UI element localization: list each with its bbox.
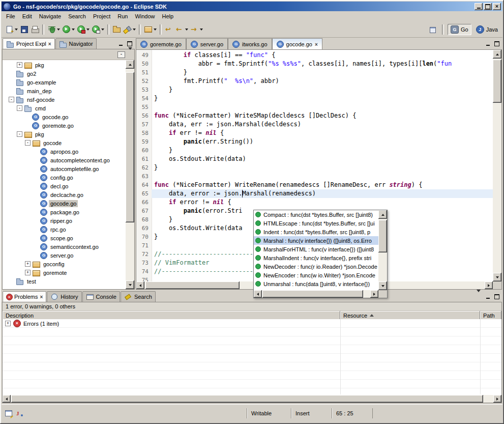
new-wizard-button[interactable] [4, 23, 19, 36]
run-button[interactable] [61, 23, 76, 36]
editor-tab-server.go[interactable]: server.go [186, 38, 228, 49]
menu-project[interactable]: Project [90, 12, 114, 21]
tree-item-main_dep[interactable]: main_dep [3, 87, 126, 95]
scroll-down-icon[interactable] [378, 281, 387, 290]
tree-item-semanticcontext.go[interactable]: semanticcontext.go [3, 242, 126, 251]
popup-horizontal-scrollbar[interactable] [254, 290, 378, 298]
editor-tab-gocode.go[interactable]: gocode.go [272, 38, 322, 49]
editor-tab-goremote.go[interactable]: goremote.go [136, 38, 186, 49]
search-button[interactable] [122, 23, 137, 36]
popup-vertical-scrollbar[interactable] [378, 210, 387, 290]
minimize-view-button[interactable] [484, 293, 492, 300]
scroll-right-icon[interactable] [493, 395, 501, 403]
scrollbar-thumb[interactable] [126, 72, 134, 222]
menu-window[interactable]: Window [131, 12, 158, 21]
tree-item-autocompletefile.go[interactable]: autocompletefile.go [3, 164, 126, 173]
autocomplete-item[interactable]: Compact : func(dst *bytes.Buffer, src []… [254, 210, 378, 219]
menu-search[interactable]: Search [65, 12, 90, 21]
tree-item-pkg[interactable]: pkg [3, 130, 126, 138]
close-button[interactable] [493, 3, 501, 10]
maximize-view-button[interactable] [126, 40, 134, 47]
problems-row[interactable]: Errors (1 item) [3, 319, 501, 328]
tree-item-package.go[interactable]: package.go [3, 208, 126, 216]
print-button[interactable] [29, 23, 40, 36]
autocomplete-item[interactable]: NewEncoder : func(w io.Writer) *json.Enc… [254, 271, 378, 279]
autocomplete-item[interactable]: Indent : func(dst *bytes.Buffer, src []u… [254, 228, 378, 236]
expand-box-icon[interactable] [17, 62, 22, 68]
autocomplete-item[interactable]: MarshalIndent : func(v interface{}, pref… [254, 253, 378, 262]
tree-item-decl.go[interactable]: decl.go [3, 182, 126, 190]
open-perspective-button[interactable] [428, 23, 438, 36]
tab-history[interactable]: History [47, 291, 81, 302]
tree-item-gocode.go[interactable]: gocode.go [3, 112, 126, 121]
expand-box-icon[interactable] [25, 261, 31, 267]
scroll-right-icon[interactable] [485, 281, 493, 289]
autocomplete-item[interactable]: NewDecoder : func(r io.Reader) *json.Dec… [254, 262, 378, 271]
autocomplete-item[interactable]: Unmarshal : func(data []uint8, v interfa… [254, 279, 378, 288]
perspective-java-button[interactable]: JJava [473, 24, 501, 35]
tree-item-goremote[interactable]: goremote [3, 268, 126, 277]
tree-item-gocode.go[interactable]: gocode.go [3, 199, 126, 208]
fast-view-icon[interactable] [5, 409, 13, 417]
problems-body[interactable]: Errors (1 item) [3, 319, 501, 394]
scrollbar-thumb[interactable] [11, 395, 483, 403]
java-status-icon[interactable] [15, 409, 24, 417]
scroll-right-icon[interactable] [370, 290, 378, 298]
tab-project-expl[interactable]: Project Expl [3, 38, 55, 49]
scroll-left-icon[interactable] [136, 281, 144, 289]
column-header-path[interactable]: Path [480, 311, 501, 320]
last-edit-button[interactable] [164, 23, 174, 36]
column-header-resource[interactable]: Resource [340, 311, 480, 320]
close-tab-icon[interactable] [315, 41, 318, 47]
tab-console[interactable]: Console [82, 291, 120, 302]
menu-navigate[interactable]: Navigate [36, 12, 65, 21]
column-header-description[interactable]: Description [3, 311, 340, 320]
tree-item-apropos.go[interactable]: apropos.go [3, 147, 126, 156]
menu-run[interactable]: Run [114, 12, 131, 21]
editor-vertical-scrollbar[interactable] [493, 50, 501, 281]
autocomplete-item[interactable]: HTMLEscape : func(dst *bytes.Buffer, src… [254, 219, 378, 228]
external-tools-button[interactable] [76, 23, 91, 36]
collapse-box-icon[interactable] [25, 140, 31, 146]
autocomplete-item[interactable]: MarshalForHTML : func(v interface{}) ([]… [254, 245, 378, 253]
maximize-editor-button[interactable] [493, 40, 501, 47]
scrollbar-thumb[interactable] [493, 60, 501, 103]
tree-item-gocode[interactable]: gocode [3, 138, 126, 147]
debug-button[interactable] [46, 23, 61, 36]
minimize-editor-button[interactable] [484, 40, 492, 47]
scroll-left-icon[interactable] [3, 395, 11, 403]
minimize-view-button[interactable] [116, 40, 125, 47]
editor-tab-itworks.go[interactable]: itworks.go [228, 38, 272, 49]
project-tree[interactable]: pkggo2go-examplemain_depnsf-gocodecmdgoc… [3, 61, 126, 289]
perspective-go-button[interactable]: GGo [448, 24, 471, 35]
expand-box-icon[interactable] [5, 321, 11, 326]
tree-item-ripper.go[interactable]: ripper.go [3, 216, 126, 225]
menu-edit[interactable]: Edit [19, 12, 36, 21]
maximize-button[interactable] [484, 3, 492, 10]
scroll-down-icon[interactable] [493, 273, 501, 281]
tree-scrollbar[interactable] [126, 60, 134, 289]
expand-box-icon[interactable] [25, 270, 31, 275]
tree-item-pkg[interactable]: pkg [3, 61, 126, 69]
minimize-button[interactable] [475, 3, 483, 10]
title-bar[interactable]: Go - nsf-gocode/src/pkg/gocode/gocode.go… [2, 2, 502, 11]
tree-item-test[interactable]: test [3, 277, 126, 286]
tree-item-server.go[interactable]: server.go [3, 251, 126, 260]
tree-item-cmd[interactable]: cmd [3, 104, 126, 112]
tab-problems[interactable]: Problems [3, 291, 46, 302]
tree-item-rpc.go[interactable]: rpc.go [3, 225, 126, 234]
view-menu-icon[interactable] [475, 293, 483, 300]
save-button[interactable] [19, 23, 29, 36]
collapse-all-icon[interactable] [117, 51, 125, 58]
close-tab-icon[interactable] [48, 41, 51, 47]
tab-navigator[interactable]: Navigator [55, 38, 97, 49]
back-button[interactable] [174, 23, 189, 36]
view-menu-icon[interactable] [128, 50, 132, 59]
tree-item-scope.go[interactable]: scope.go [3, 234, 126, 242]
collapse-box-icon[interactable] [17, 131, 22, 137]
open-task-button[interactable] [111, 23, 122, 36]
scroll-up-icon[interactable] [493, 50, 501, 59]
tree-item-go2[interactable]: go2 [3, 69, 126, 78]
scrollbar-thumb[interactable] [145, 281, 240, 289]
scroll-down-icon[interactable] [126, 280, 134, 289]
